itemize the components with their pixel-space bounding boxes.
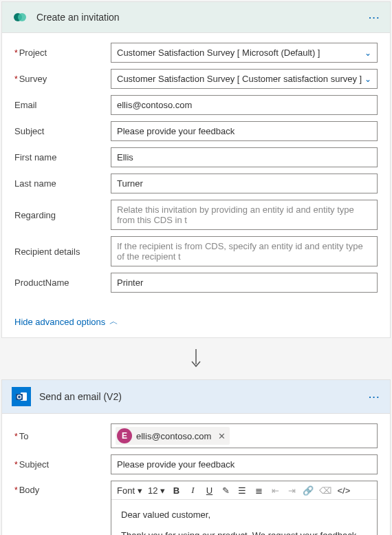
- card2-menu[interactable]: ···: [369, 392, 380, 402]
- link-button[interactable]: 🔗: [303, 485, 314, 496]
- card2-body: *To E ellis@contoso.com ✕ *Subject Pleas…: [2, 414, 390, 535]
- body-editor: Font ▾ 12 ▾ B I U ✎ ☰ ≣ ⇤ ⇥ 🔗 ⌫ </>: [111, 481, 378, 535]
- highlight-button[interactable]: ✎: [220, 485, 231, 496]
- customer-voice-icon: [12, 9, 28, 25]
- chevron-down-icon: ⌄: [364, 48, 371, 58]
- recipient-pill[interactable]: E ellis@contoso.com ✕: [116, 427, 230, 445]
- hide-advanced-toggle[interactable]: Hide advanced options︿: [2, 307, 390, 337]
- number-list-button[interactable]: ≣: [253, 485, 264, 496]
- label-recipient: Recipient details: [14, 246, 80, 257]
- bullet-list-button[interactable]: ☰: [237, 485, 248, 496]
- to-field[interactable]: E ellis@contoso.com ✕: [111, 423, 378, 448]
- card2-header[interactable]: Send an email (V2) ···: [2, 380, 390, 414]
- recipient-email: ellis@contoso.com: [136, 431, 211, 441]
- card2-title: Send an email (V2): [39, 391, 369, 402]
- row-survey: *Survey Customer Satisfaction Survey [ C…: [14, 69, 378, 89]
- body-paragraph: Thank you for using our product. We requ…: [121, 529, 367, 536]
- subject-field[interactable]: Please provide your feedback: [111, 121, 378, 141]
- body-content[interactable]: Dear valued customer, Thank you for usin…: [111, 500, 377, 535]
- flow-arrow: [0, 339, 392, 378]
- italic-button[interactable]: I: [187, 485, 198, 496]
- label-body: Body: [19, 485, 40, 495]
- send-email-card: Send an email (V2) ··· *To E ellis@conto…: [1, 379, 391, 535]
- recipient-field[interactable]: If the recipient is from CDS, specify an…: [111, 236, 378, 266]
- outdent-button[interactable]: ⇤: [270, 485, 281, 496]
- product-field[interactable]: Printer: [111, 273, 378, 293]
- label-regarding: Regarding: [14, 210, 56, 220]
- label-email: Email: [14, 100, 37, 110]
- clear-format-button[interactable]: ⌫: [319, 485, 331, 496]
- firstname-field[interactable]: Ellis: [111, 147, 378, 167]
- code-view-button[interactable]: </>: [337, 485, 350, 496]
- row-lastname: Last name Turner: [14, 174, 378, 193]
- label-project: Project: [19, 48, 47, 58]
- row-product: ProductName Printer: [14, 273, 378, 293]
- create-invitation-card: Create an invitation ··· *Project Custom…: [1, 1, 391, 338]
- email-field[interactable]: ellis@contoso.com: [111, 95, 378, 115]
- caret-down-icon: ▾: [160, 485, 165, 496]
- label-lastname: Last name: [14, 178, 56, 189]
- body-greeting: Dear valued customer,: [121, 508, 367, 522]
- row-project: *Project Customer Satisfaction Survey [ …: [14, 43, 378, 63]
- label-survey: Survey: [19, 74, 47, 84]
- label-subject2: Subject: [19, 459, 49, 470]
- row-regarding: Regarding Relate this invitation by prov…: [14, 200, 378, 230]
- size-select[interactable]: 12 ▾: [148, 485, 165, 496]
- label-to: To: [19, 431, 29, 441]
- row-email: Email ellis@contoso.com: [14, 95, 378, 115]
- label-subject: Subject: [14, 126, 44, 136]
- card1-title: Create an invitation: [36, 12, 369, 23]
- row-subject2: *Subject Please provide your feedback: [14, 454, 378, 474]
- survey-select[interactable]: Customer Satisfaction Survey [ Customer …: [111, 69, 378, 89]
- regarding-field[interactable]: Relate this invitation by providing an e…: [111, 200, 378, 230]
- chevron-up-icon: ︿: [109, 315, 118, 328]
- font-select[interactable]: Font ▾: [117, 485, 142, 496]
- project-select[interactable]: Customer Satisfaction Survey [ Microsoft…: [111, 43, 378, 63]
- label-product: ProductName: [14, 277, 69, 288]
- bold-button[interactable]: B: [171, 485, 182, 496]
- rte-toolbar: Font ▾ 12 ▾ B I U ✎ ☰ ≣ ⇤ ⇥ 🔗 ⌫ </>: [111, 481, 377, 500]
- outlook-icon: [12, 387, 31, 406]
- remove-recipient-icon[interactable]: ✕: [218, 431, 226, 441]
- caret-down-icon: ▾: [138, 485, 142, 496]
- subject2-field[interactable]: Please provide your feedback: [111, 454, 378, 474]
- card1-menu[interactable]: ···: [369, 12, 380, 23]
- card1-header[interactable]: Create an invitation ···: [2, 2, 390, 33]
- indent-button[interactable]: ⇥: [286, 485, 297, 496]
- avatar: E: [117, 428, 132, 443]
- row-subject: Subject Please provide your feedback: [14, 121, 378, 141]
- row-to: *To E ellis@contoso.com ✕: [14, 423, 378, 448]
- lastname-field[interactable]: Turner: [111, 174, 378, 193]
- underline-button[interactable]: U: [204, 485, 215, 496]
- card1-body: *Project Customer Satisfaction Survey [ …: [2, 33, 390, 307]
- row-body: *Body Font ▾ 12 ▾ B I U ✎ ☰ ≣ ⇤ ⇥ 🔗: [14, 481, 378, 535]
- row-recipient: Recipient details If the recipient is fr…: [14, 236, 378, 266]
- label-firstname: First name: [14, 152, 56, 162]
- chevron-down-icon: ⌄: [364, 74, 371, 84]
- row-firstname: First name Ellis: [14, 147, 378, 167]
- svg-point-1: [18, 13, 26, 21]
